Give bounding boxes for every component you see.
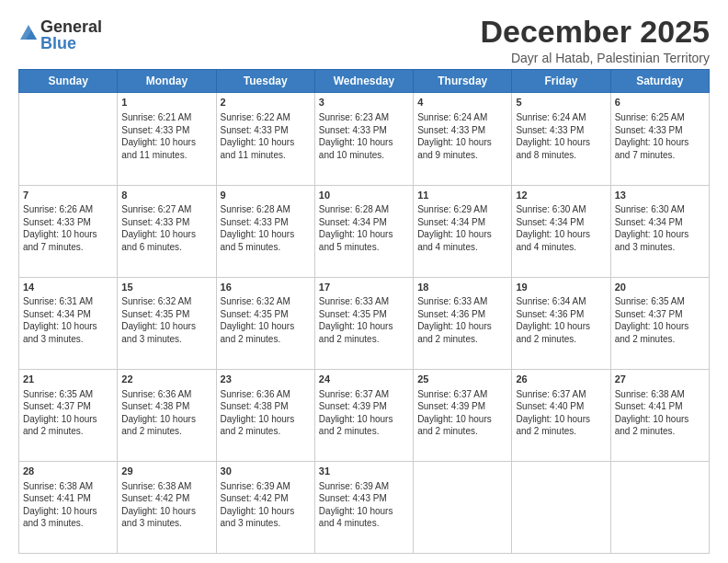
table-row: 19Sunrise: 6:34 AMSunset: 4:36 PMDayligh… [512,277,610,369]
day-number: 26 [516,373,606,386]
day-number: 31 [319,465,409,478]
logo-icon [18,23,39,43]
table-row: 16Sunrise: 6:32 AMSunset: 4:35 PMDayligh… [216,277,314,369]
sunset-text: Sunset: 4:42 PM [121,493,189,503]
table-row: 15Sunrise: 6:32 AMSunset: 4:35 PMDayligh… [118,277,216,369]
sunset-text: Sunset: 4:33 PM [221,217,289,227]
sunrise-text: Sunrise: 6:28 AM [319,204,389,214]
calendar-week-row: 21Sunrise: 6:35 AMSunset: 4:37 PMDayligh… [19,369,710,461]
table-row: 29Sunrise: 6:38 AMSunset: 4:42 PMDayligh… [118,461,216,553]
sunrise-text: Sunrise: 6:22 AM [221,112,290,122]
table-row: 12Sunrise: 6:30 AMSunset: 4:34 PMDayligh… [512,185,610,277]
day-number: 2 [221,96,311,109]
daylight-text: Daylight: 10 hours and 2 minutes. [615,321,689,344]
day-number: 14 [23,281,113,294]
daylight-text: Daylight: 10 hours and 6 minutes. [121,229,196,252]
logo: General Blue [18,18,102,52]
daylight-text: Daylight: 10 hours and 3 minutes. [121,321,196,344]
table-row: 28Sunrise: 6:38 AMSunset: 4:41 PMDayligh… [19,461,118,553]
daylight-text: Daylight: 10 hours and 3 minutes. [121,506,196,529]
sunrise-text: Sunrise: 6:23 AM [319,112,389,122]
daylight-text: Daylight: 10 hours and 2 minutes. [319,321,393,344]
sunset-text: Sunset: 4:39 PM [319,401,387,411]
sunset-text: Sunset: 4:33 PM [615,125,683,135]
sunrise-text: Sunrise: 6:33 AM [319,296,389,306]
day-number: 17 [319,281,409,294]
sunset-text: Sunset: 4:33 PM [516,125,584,135]
sunrise-text: Sunrise: 6:33 AM [417,296,487,306]
sunset-text: Sunset: 4:34 PM [23,309,91,319]
sunrise-text: Sunrise: 6:26 AM [23,204,93,214]
sunset-text: Sunset: 4:39 PM [417,401,485,411]
table-row: 24Sunrise: 6:37 AMSunset: 4:39 PMDayligh… [314,369,413,461]
daylight-text: Daylight: 10 hours and 9 minutes. [417,137,492,160]
sunset-text: Sunset: 4:35 PM [121,309,189,319]
daylight-text: Daylight: 10 hours and 2 minutes. [319,414,393,437]
table-row: 1Sunrise: 6:21 AMSunset: 4:33 PMDaylight… [118,93,216,185]
sunrise-text: Sunrise: 6:25 AM [615,112,685,122]
sunset-text: Sunset: 4:33 PM [221,125,289,135]
day-number: 28 [23,465,113,478]
table-row: 21Sunrise: 6:35 AMSunset: 4:37 PMDayligh… [19,369,118,461]
day-number: 7 [23,189,113,202]
sunrise-text: Sunrise: 6:36 AM [121,389,191,399]
sunrise-text: Sunrise: 6:38 AM [615,389,685,399]
day-number: 10 [319,189,409,202]
sunset-text: Sunset: 4:34 PM [417,217,485,227]
daylight-text: Daylight: 10 hours and 3 minutes. [23,321,97,344]
sunset-text: Sunset: 4:33 PM [417,125,485,135]
sunrise-text: Sunrise: 6:38 AM [121,481,191,491]
daylight-text: Daylight: 10 hours and 8 minutes. [516,137,590,160]
daylight-text: Daylight: 10 hours and 2 minutes. [516,414,590,437]
col-thursday: Thursday [414,70,512,93]
day-number: 27 [615,373,705,386]
daylight-text: Daylight: 10 hours and 3 minutes. [615,229,689,252]
table-row: 18Sunrise: 6:33 AMSunset: 4:36 PMDayligh… [414,277,512,369]
table-row: 17Sunrise: 6:33 AMSunset: 4:35 PMDayligh… [314,277,413,369]
table-row: 23Sunrise: 6:36 AMSunset: 4:38 PMDayligh… [216,369,314,461]
day-number: 15 [121,281,211,294]
sunset-text: Sunset: 4:33 PM [121,217,189,227]
daylight-text: Daylight: 10 hours and 4 minutes. [319,506,393,529]
table-row: 27Sunrise: 6:38 AMSunset: 4:41 PMDayligh… [610,369,709,461]
table-row: 8Sunrise: 6:27 AMSunset: 4:33 PMDaylight… [118,185,216,277]
table-row [414,461,512,553]
header: General Blue December 2025 Dayr al Hatab… [18,15,710,65]
table-row: 26Sunrise: 6:37 AMSunset: 4:40 PMDayligh… [512,369,610,461]
col-monday: Monday [118,70,216,93]
logo-general: General [40,18,102,35]
sunset-text: Sunset: 4:35 PM [221,309,289,319]
col-saturday: Saturday [610,70,709,93]
table-row: 6Sunrise: 6:25 AMSunset: 4:33 PMDaylight… [610,93,709,185]
sunset-text: Sunset: 4:43 PM [319,493,387,503]
sunrise-text: Sunrise: 6:39 AM [221,481,290,491]
sunset-text: Sunset: 4:34 PM [516,217,584,227]
sunrise-text: Sunrise: 6:36 AM [221,389,290,399]
sunrise-text: Sunrise: 6:30 AM [516,204,586,214]
day-number: 13 [615,189,705,202]
calendar-week-row: 28Sunrise: 6:38 AMSunset: 4:41 PMDayligh… [19,461,710,553]
day-number: 6 [615,96,705,109]
sunset-text: Sunset: 4:42 PM [221,493,289,503]
day-number: 11 [417,189,507,202]
table-row: 30Sunrise: 6:39 AMSunset: 4:42 PMDayligh… [216,461,314,553]
sunrise-text: Sunrise: 6:38 AM [23,481,93,491]
sunset-text: Sunset: 4:35 PM [319,309,387,319]
sunrise-text: Sunrise: 6:32 AM [221,296,290,306]
daylight-text: Daylight: 10 hours and 2 minutes. [615,414,689,437]
month-title: December 2025 [480,15,710,49]
daylight-text: Daylight: 10 hours and 7 minutes. [23,229,97,252]
day-number: 4 [417,96,507,109]
col-friday: Friday [512,70,610,93]
daylight-text: Daylight: 10 hours and 5 minutes. [221,229,295,252]
table-row: 14Sunrise: 6:31 AMSunset: 4:34 PMDayligh… [19,277,118,369]
daylight-text: Daylight: 10 hours and 3 minutes. [221,506,295,529]
table-row [610,461,709,553]
table-row [19,93,118,185]
sunset-text: Sunset: 4:33 PM [319,125,387,135]
day-number: 21 [23,373,113,386]
daylight-text: Daylight: 10 hours and 4 minutes. [516,229,590,252]
sunrise-text: Sunrise: 6:21 AM [121,112,191,122]
calendar-table: Sunday Monday Tuesday Wednesday Thursday… [18,69,710,554]
sunrise-text: Sunrise: 6:37 AM [319,389,389,399]
